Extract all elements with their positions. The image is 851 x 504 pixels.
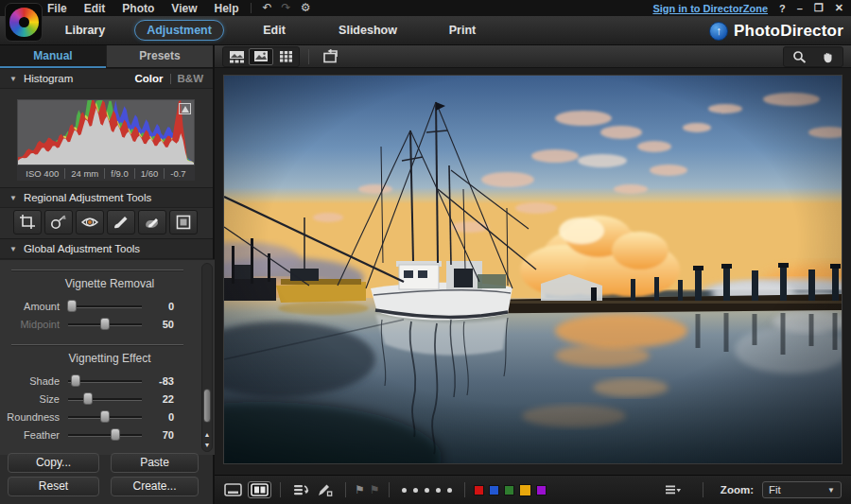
copy-button[interactable]: Copy... <box>8 453 99 473</box>
shade-slider[interactable] <box>68 374 142 387</box>
adjustment-selection-tool-button[interactable] <box>138 210 166 235</box>
red-eye-removal-tool-button[interactable] <box>76 210 104 235</box>
create-button[interactable]: Create... <box>111 477 199 496</box>
app-logo <box>5 3 43 42</box>
scroll-down-icon[interactable]: ▼ <box>202 442 212 448</box>
apply-to-stack-button[interactable] <box>289 481 313 498</box>
crop-tool-button[interactable] <box>13 210 42 235</box>
spot-removal-tool-button[interactable] <box>44 210 73 235</box>
tab-slideshow[interactable]: Slideshow <box>321 16 415 44</box>
rating-dot[interactable] <box>402 488 407 493</box>
restore-button[interactable]: ❐ <box>814 2 824 14</box>
redo-icon[interactable]: ↷ <box>282 0 291 16</box>
statusbar-separator <box>280 482 281 497</box>
scrollbar-thumb[interactable] <box>203 389 211 423</box>
menu-photo[interactable]: Photo <box>122 2 154 15</box>
reject-flag-icon[interactable]: ⚑ <box>370 483 380 496</box>
single-view-button[interactable] <box>221 481 245 498</box>
color-label-purple[interactable] <box>536 485 547 495</box>
zoom-value: Fit <box>769 484 781 495</box>
tab-library[interactable]: Library <box>38 16 132 44</box>
tab-presets[interactable]: Presets <box>106 45 213 68</box>
grid-icon <box>279 50 293 62</box>
menu-view[interactable]: View <box>171 2 197 15</box>
amount-slider[interactable] <box>68 300 142 312</box>
slider-thumb[interactable] <box>71 374 80 387</box>
browser-mode-button[interactable] <box>273 48 298 65</box>
slider-thumb[interactable] <box>100 410 110 423</box>
clipping-warning-icon[interactable] <box>179 103 191 114</box>
tab-adjustment[interactable]: Adjustment <box>134 20 224 41</box>
regional-tools-header[interactable]: ▼ Regional Adjustment Tools <box>0 187 213 208</box>
tab-print[interactable]: Print <box>415 16 510 44</box>
slider-thumb[interactable] <box>83 392 93 405</box>
compare-view-icon <box>251 483 269 496</box>
histogram-section-header[interactable]: ▼ Histogram Color B&W <box>0 68 213 89</box>
flag-icon[interactable]: ⚑ <box>355 483 365 496</box>
global-tools-header[interactable]: ▼ Global Adjustment Tools <box>0 238 213 259</box>
menu-edit[interactable]: Edit <box>84 2 106 15</box>
slider-label: Amount <box>0 301 68 312</box>
rotate-icon <box>322 49 340 63</box>
slider-thumb[interactable] <box>100 318 110 330</box>
help-icon[interactable]: ? <box>779 3 786 14</box>
edit-external-button[interactable] <box>313 481 337 498</box>
zoom-tool-button[interactable] <box>785 48 813 65</box>
undo-icon[interactable]: ↶ <box>263 0 272 16</box>
midpoint-slider[interactable] <box>68 318 142 330</box>
exif-focal: 24 mm <box>64 168 104 179</box>
viewer-mode-button[interactable] <box>249 48 273 65</box>
viewer-browser-mode-button[interactable] <box>224 48 249 65</box>
slider-row-feather: Feather 70 <box>0 426 195 443</box>
brand-name: PhotoDirector <box>734 22 843 41</box>
slider-thumb[interactable] <box>67 300 77 312</box>
histogram-color-option[interactable]: Color <box>135 73 164 84</box>
rating-dot[interactable] <box>425 488 429 493</box>
navigation-list-button[interactable] <box>662 481 686 498</box>
vignetting-effect-title: Vignetting Effect <box>0 352 195 365</box>
size-slider[interactable] <box>68 392 142 405</box>
star-rating[interactable] <box>402 488 452 493</box>
statusbar-separator <box>703 482 703 497</box>
view-mode-group <box>222 46 300 67</box>
slider-row-size: Size 22 <box>0 390 195 408</box>
zoom-dropdown[interactable]: Fit ▼ <box>762 481 842 498</box>
color-label-red[interactable] <box>474 485 484 495</box>
color-label-yellow[interactable] <box>519 484 531 496</box>
scroll-up-icon[interactable]: ▲ <box>202 431 212 438</box>
histogram-chart[interactable] <box>17 99 195 165</box>
selection-brush-icon <box>143 214 162 231</box>
single-view-icon <box>224 483 242 496</box>
statusbar-separator <box>345 482 346 497</box>
reset-button[interactable]: Reset <box>8 477 99 496</box>
scrollbar[interactable]: ▲ ▼ <box>201 263 213 452</box>
tab-manual[interactable]: Manual <box>0 45 106 68</box>
photo-canvas-area <box>215 68 851 475</box>
adjustment-brush-tool-button[interactable] <box>107 210 135 235</box>
rating-dot[interactable] <box>436 488 441 493</box>
minimize-button[interactable]: – <box>797 3 803 14</box>
spot-removal-icon <box>49 214 68 231</box>
feather-slider[interactable] <box>68 428 142 441</box>
titlebar-separator <box>251 3 252 13</box>
settings-gear-icon[interactable]: ⚙ <box>301 0 311 16</box>
gradient-mask-tool-button[interactable] <box>169 210 198 235</box>
histogram-bw-option[interactable]: B&W <box>178 73 203 84</box>
slider-thumb[interactable] <box>111 428 120 441</box>
pan-tool-button[interactable] <box>813 48 842 65</box>
global-tools-title: Global Adjustment Tools <box>24 243 140 254</box>
menu-help[interactable]: Help <box>214 2 238 15</box>
photo-harbor-sunset[interactable] <box>224 76 842 463</box>
rotate-photo-button[interactable] <box>318 47 344 65</box>
compare-view-button[interactable] <box>248 481 271 498</box>
color-label-green[interactable] <box>504 485 514 495</box>
tab-edit[interactable]: Edit <box>227 16 321 44</box>
menu-file[interactable]: File <box>47 2 67 15</box>
signin-directorzone-link[interactable]: Sign in to DirectorZone <box>652 3 768 14</box>
color-label-blue[interactable] <box>489 485 499 495</box>
paste-button[interactable]: Paste <box>111 453 199 473</box>
rating-dot[interactable] <box>413 488 418 493</box>
rating-dot[interactable] <box>447 488 452 493</box>
roundness-slider[interactable] <box>68 410 142 423</box>
close-button[interactable]: ✕ <box>835 2 843 14</box>
